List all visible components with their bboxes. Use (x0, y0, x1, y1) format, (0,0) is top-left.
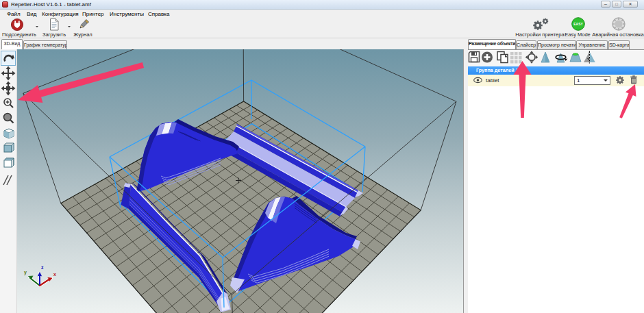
svg-text:z: z (41, 265, 44, 270)
svg-text:x: x (53, 272, 56, 277)
svg-text:y: y (24, 270, 27, 275)
